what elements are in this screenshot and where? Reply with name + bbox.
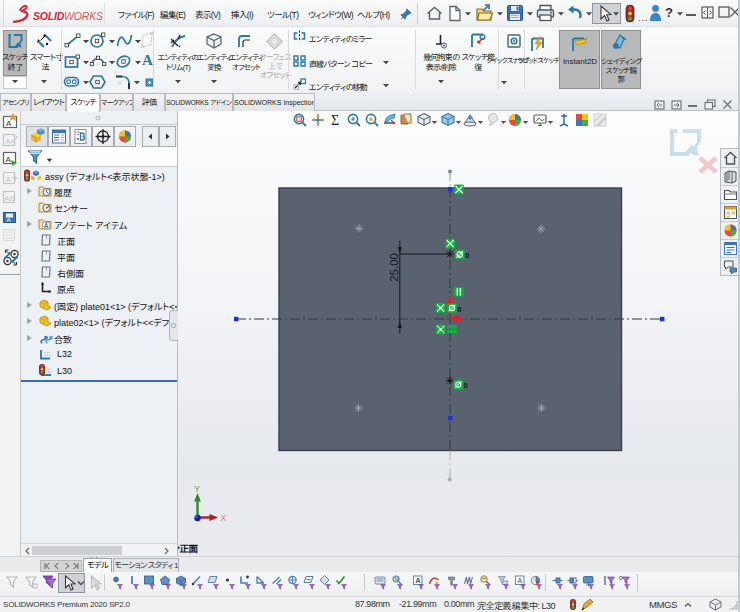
svg-text:0: 0 [457, 305, 461, 314]
svg-text:A: A [6, 155, 12, 164]
svg-text:0: 0 [464, 381, 468, 390]
svg-text:X: X [221, 513, 227, 523]
svg-text:A: A [517, 576, 522, 585]
svg-text:25.00: 25.00 [388, 253, 400, 282]
svg-text:A: A [415, 576, 421, 585]
svg-text:A: A [6, 137, 12, 146]
svg-text:A: A [44, 222, 49, 229]
svg-text:SOLIDWORKS: SOLIDWORKS [33, 10, 103, 22]
svg-text:A: A [6, 175, 12, 184]
svg-text:A: A [7, 217, 11, 223]
svg-text:AB: AB [5, 194, 16, 203]
svg-text:Y: Y [194, 484, 200, 494]
svg-text:0: 0 [465, 251, 469, 260]
svg-text:N: N [395, 576, 399, 582]
svg-text:*正面: *正面 [176, 543, 198, 554]
